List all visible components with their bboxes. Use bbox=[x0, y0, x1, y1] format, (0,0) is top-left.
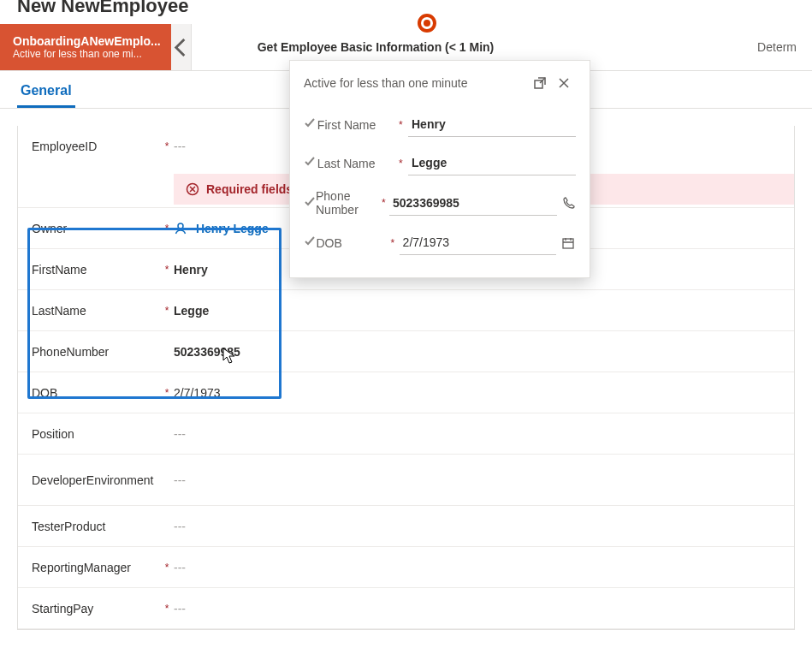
required-marker: * bbox=[382, 197, 389, 209]
required-marker: * bbox=[399, 158, 408, 169]
flyout-popout-button[interactable] bbox=[528, 71, 552, 95]
check-icon bbox=[304, 117, 317, 132]
label-reporting-manager: ReportingManager bbox=[32, 561, 160, 574]
calendar-icon[interactable] bbox=[561, 236, 576, 250]
value-reporting-manager[interactable]: --- bbox=[174, 561, 780, 574]
flyout-close-button[interactable] bbox=[552, 71, 576, 95]
required-marker: * bbox=[160, 223, 174, 235]
label-dev-env: DeveloperEnvironment bbox=[32, 473, 160, 487]
label-tester-product: TesterProduct bbox=[32, 520, 160, 533]
label-first-name: FirstName bbox=[32, 263, 160, 276]
svg-rect-3 bbox=[563, 239, 573, 248]
flyout-row-first-name: First Name * bbox=[290, 105, 590, 144]
close-icon bbox=[558, 77, 570, 89]
required-marker: * bbox=[390, 237, 399, 249]
value-dob[interactable]: 2/7/1973 bbox=[174, 386, 780, 400]
value-starting-pay[interactable]: --- bbox=[174, 602, 780, 615]
value-dev-env[interactable]: --- bbox=[174, 473, 780, 487]
bpf-active-name: OnboardingANewEmplo... bbox=[13, 34, 171, 48]
bpf-next-stage[interactable]: Determ bbox=[742, 24, 812, 70]
row-dob[interactable]: DOB * 2/7/1973 bbox=[18, 372, 794, 413]
highlight-dot-icon bbox=[424, 20, 430, 27]
row-last-name[interactable]: LastName * Legge bbox=[18, 290, 794, 331]
bpf-active-stage[interactable]: OnboardingANewEmplo... Active for less t… bbox=[0, 24, 171, 70]
required-marker: * bbox=[160, 387, 174, 399]
error-icon bbox=[186, 182, 199, 196]
bpf-active-sub: Active for less than one mi... bbox=[13, 48, 171, 60]
value-tester-product[interactable]: --- bbox=[174, 520, 780, 533]
row-dev-env[interactable]: DeveloperEnvironment --- bbox=[18, 455, 794, 506]
flyout-input-phone[interactable] bbox=[389, 191, 557, 216]
flyout-label-last-name: Last Name bbox=[317, 157, 399, 170]
popout-icon bbox=[534, 77, 546, 89]
label-phone: PhoneNumber bbox=[32, 345, 160, 359]
flyout-input-dob[interactable] bbox=[400, 230, 556, 255]
flyout-row-last-name: Last Name * bbox=[290, 144, 590, 182]
row-starting-pay[interactable]: StartingPay * --- bbox=[18, 588, 794, 629]
required-marker: * bbox=[399, 119, 408, 131]
label-starting-pay: StartingPay bbox=[32, 602, 160, 615]
required-marker: * bbox=[160, 562, 174, 574]
row-position[interactable]: Position --- bbox=[18, 413, 794, 455]
row-reporting-manager[interactable]: ReportingManager * --- bbox=[18, 547, 794, 588]
label-position: Position bbox=[32, 427, 160, 441]
label-last-name: LastName bbox=[32, 304, 160, 318]
required-marker: * bbox=[160, 140, 174, 152]
error-text: Required fields bbox=[206, 182, 293, 196]
bpf-collapse-button[interactable] bbox=[171, 24, 192, 70]
flyout-input-last-name[interactable] bbox=[408, 151, 576, 175]
check-icon bbox=[304, 235, 317, 250]
page-title: New NewEmployee bbox=[0, 0, 812, 15]
row-phone[interactable]: PhoneNumber 5023369985 bbox=[18, 331, 794, 372]
value-last-name[interactable]: Legge bbox=[174, 304, 780, 318]
flyout-label-phone: Phone Number bbox=[316, 189, 382, 217]
check-icon bbox=[304, 156, 317, 170]
flyout-row-phone: Phone Number * bbox=[290, 182, 590, 223]
flyout-row-dob: DOB * bbox=[290, 223, 590, 262]
required-marker: * bbox=[160, 264, 174, 276]
phone-icon[interactable] bbox=[562, 196, 576, 210]
label-employee-id: EmployeeID bbox=[32, 140, 160, 153]
value-phone[interactable]: 5023369985 bbox=[174, 345, 780, 359]
flyout-label-dob: DOB bbox=[317, 236, 391, 250]
required-marker: * bbox=[160, 603, 174, 615]
label-dob: DOB bbox=[32, 386, 160, 400]
flyout-label-first-name: First Name bbox=[317, 118, 399, 132]
flyout-input-first-name[interactable] bbox=[408, 112, 576, 137]
check-icon bbox=[304, 196, 316, 211]
row-tester-product[interactable]: TesterProduct --- bbox=[18, 506, 794, 547]
stage-flyout: Active for less than one minute First Na… bbox=[289, 60, 590, 278]
svg-point-1 bbox=[178, 223, 183, 229]
flyout-header: Active for less than one minute bbox=[290, 61, 590, 105]
owner-name: Henry Legge bbox=[196, 222, 269, 235]
cursor-icon bbox=[222, 348, 236, 365]
tab-general[interactable]: General bbox=[17, 83, 75, 108]
flyout-title: Active for less than one minute bbox=[304, 76, 467, 90]
label-owner: Owner bbox=[32, 222, 160, 235]
value-position[interactable]: --- bbox=[174, 427, 780, 441]
person-icon bbox=[174, 222, 187, 235]
required-marker: * bbox=[160, 305, 174, 317]
